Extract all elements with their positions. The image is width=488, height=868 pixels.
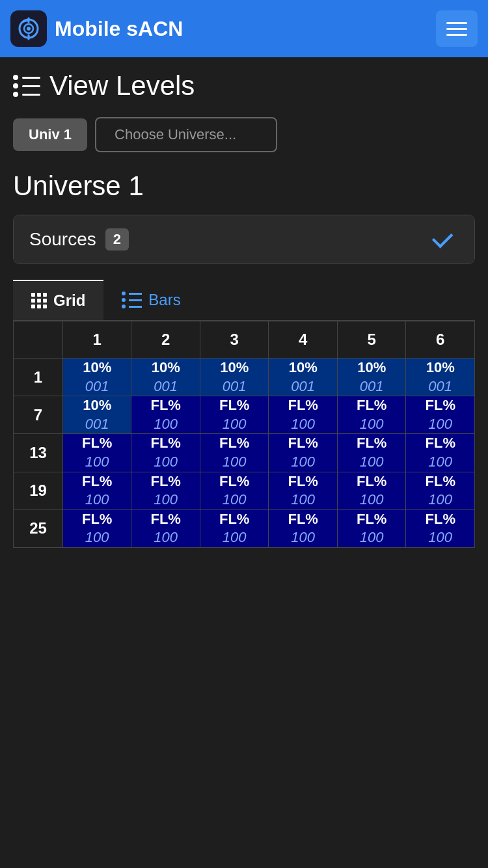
grid-cell: FL%100 (200, 434, 269, 472)
chevron-down-icon (432, 227, 454, 249)
univ1-tab[interactable]: Univ 1 (13, 118, 87, 151)
grid-cell: FL%100 (62, 434, 131, 472)
grid-col-header-6: 6 (406, 321, 475, 359)
grid-col-header-1: 1 (62, 321, 131, 359)
grid-cell: FL%100 (406, 509, 475, 547)
grid-cell: 10%001 (131, 359, 200, 396)
sources-header[interactable]: Sources 2 (14, 215, 474, 264)
row-header-13: 13 (14, 434, 63, 472)
grid-cell: FL%100 (200, 472, 269, 509)
grid-cell: FL%100 (337, 434, 406, 472)
table-row: 110%00110%00110%00110%00110%00110%001 (14, 359, 475, 396)
grid-cell: FL%100 (337, 472, 406, 509)
grid-col-header-2: 2 (131, 321, 200, 359)
app-title: Mobile sACN (55, 17, 183, 41)
grid-cell: FL%100 (200, 509, 269, 547)
table-row: 13FL%100FL%100FL%100FL%100FL%100FL%100 (14, 434, 475, 472)
grid-cell: 10%001 (406, 359, 475, 396)
universe-tabs: Univ 1 Choose Universe... (13, 117, 475, 152)
app-header: Mobile sACN (0, 0, 488, 57)
grid-cell: 10%001 (62, 396, 131, 434)
grid-cell: 10%001 (269, 359, 338, 396)
grid-cell: FL%100 (269, 472, 338, 509)
universe-label: Universe 1 (13, 170, 475, 202)
app-icon (10, 10, 47, 47)
tab-bars[interactable]: Bars (103, 280, 198, 320)
page-title-row: View Levels (13, 70, 475, 102)
menu-line-3 (446, 34, 467, 36)
sources-count-badge: 2 (105, 228, 129, 251)
bars-icon (122, 292, 142, 308)
main-content: View Levels Univ 1 Choose Universe... Un… (0, 57, 488, 548)
grid-cell: FL%100 (269, 509, 338, 547)
view-tabs: Grid Bars (13, 280, 475, 321)
tab-bars-label: Bars (148, 291, 180, 309)
grid-cell: FL%100 (337, 396, 406, 434)
grid-cell: FL%100 (131, 396, 200, 434)
table-row: 19FL%100FL%100FL%100FL%100FL%100FL%100 (14, 472, 475, 509)
grid-cell: 10%001 (200, 359, 269, 396)
grid-col-header-3: 3 (200, 321, 269, 359)
row-header-7: 7 (14, 396, 63, 434)
page-title: View Levels (49, 70, 195, 102)
data-grid: 123456 110%00110%00110%00110%00110%00110… (13, 321, 475, 548)
grid-cell: FL%100 (62, 472, 131, 509)
table-row: 25FL%100FL%100FL%100FL%100FL%100FL%100 (14, 509, 475, 547)
grid-col-header-5: 5 (337, 321, 406, 359)
tab-grid-label: Grid (53, 292, 85, 310)
grid-cell: FL%100 (337, 509, 406, 547)
grid-cell: FL%100 (269, 396, 338, 434)
tab-grid[interactable]: Grid (13, 280, 103, 320)
grid-cell: 10%001 (337, 359, 406, 396)
table-row: 710%001FL%100FL%100FL%100FL%100FL%100 (14, 396, 475, 434)
sources-left: Sources 2 (29, 228, 129, 251)
menu-line-2 (446, 28, 467, 30)
menu-line-1 (446, 22, 467, 24)
grid-body: 110%00110%00110%00110%00110%00110%001710… (14, 359, 475, 548)
list-icon (13, 75, 40, 97)
row-header-25: 25 (14, 509, 63, 547)
grid-cell: FL%100 (131, 434, 200, 472)
grid-cell: FL%100 (406, 396, 475, 434)
choose-universe-tab[interactable]: Choose Universe... (95, 117, 277, 152)
grid-cell: FL%100 (269, 434, 338, 472)
grid-cell: FL%100 (406, 472, 475, 509)
grid-icon (31, 293, 47, 308)
menu-button[interactable] (436, 10, 478, 47)
grid-corner-header (14, 321, 63, 359)
header-left: Mobile sACN (10, 10, 183, 47)
svg-point-2 (27, 27, 31, 31)
grid-cell: FL%100 (131, 472, 200, 509)
grid-cell: FL%100 (62, 509, 131, 547)
grid-cell: FL%100 (406, 434, 475, 472)
grid-cell: FL%100 (200, 396, 269, 434)
row-header-1: 1 (14, 359, 63, 396)
row-header-19: 19 (14, 472, 63, 509)
grid-cell: FL%100 (131, 509, 200, 547)
sources-panel: Sources 2 (13, 215, 475, 264)
grid-col-header-4: 4 (269, 321, 338, 359)
grid-header: 123456 (14, 321, 475, 359)
grid-cell: 10%001 (62, 359, 131, 396)
sources-label: Sources (29, 229, 96, 250)
